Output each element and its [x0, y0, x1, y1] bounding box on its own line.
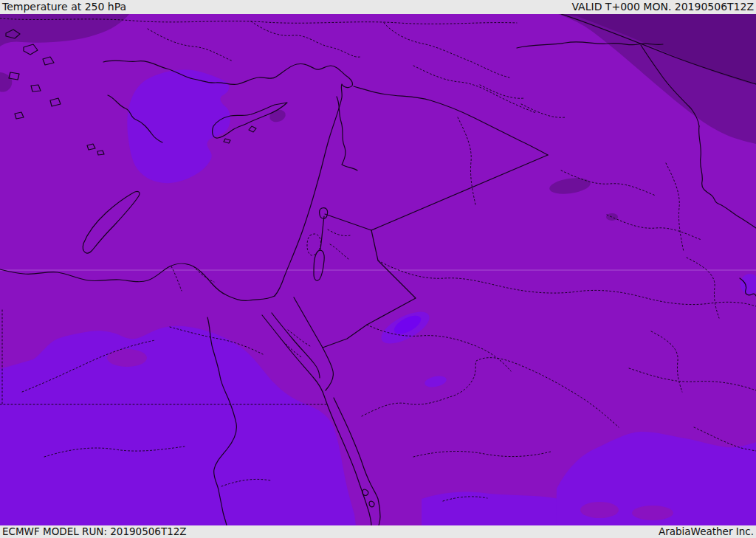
footer-bar: ECMWF MODEL RUN: 20190506T12Z ArabiaWeat…	[0, 525, 756, 538]
page-title: Temperature at 250 hPa	[2, 0, 126, 14]
header-bar: Temperature at 250 hPa VALID T+000 MON. …	[0, 0, 756, 14]
weather-map-svg	[0, 14, 756, 525]
model-run-label: ECMWF MODEL RUN: 20190506T12Z	[2, 525, 187, 538]
valid-time-label: VALID T+000 MON. 20190506T12Z	[571, 0, 754, 14]
map-canvas	[0, 14, 756, 525]
base-island-south-2	[632, 506, 673, 520]
credit-label: ArabiaWeather Inc.	[659, 525, 754, 538]
weather-map-screen: Temperature at 250 hPa VALID T+000 MON. …	[0, 0, 756, 538]
temp-region-cold-small-pocket	[606, 213, 618, 221]
base-island-south-1	[580, 502, 619, 518]
base-island-notch-egypt	[107, 349, 147, 367]
